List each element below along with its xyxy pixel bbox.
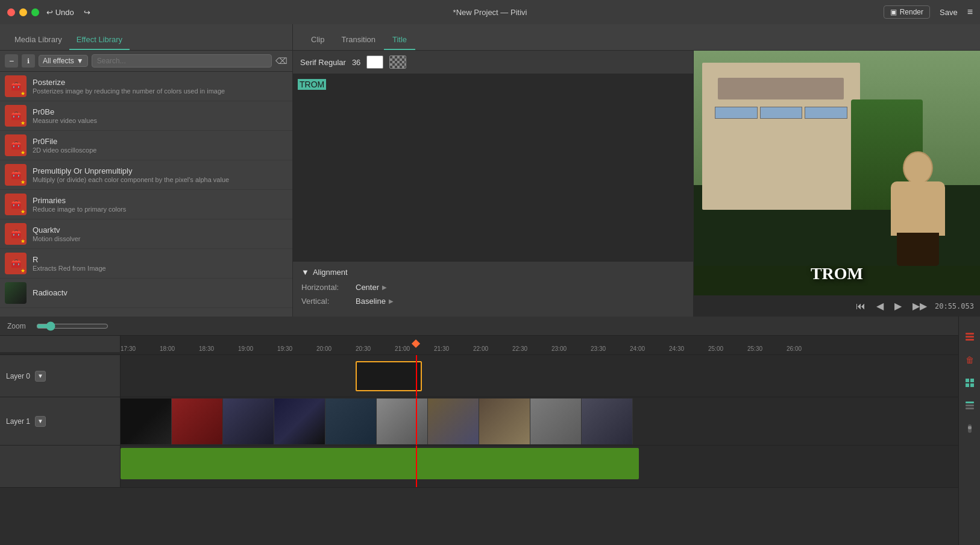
- edge-button-1[interactable]: [961, 329, 978, 345]
- tab-title[interactable]: Title: [384, 30, 415, 50]
- video-thumb: [325, 399, 377, 444]
- title-panel: Serif Regular 36 TROM ▼ Alignment Horizo…: [293, 51, 980, 317]
- alignment-header[interactable]: ▼ Alignment: [301, 268, 685, 277]
- preview-area: TROM: [694, 51, 980, 295]
- svg-rect-6: [970, 383, 974, 387]
- font-name: Serif Regular: [300, 58, 346, 67]
- layer-1-label: Layer 1 ▼: [0, 397, 121, 445]
- playhead-line: [416, 355, 417, 397]
- list-item[interactable]: 🧰 ★ Posterize Posterizes image by reduci…: [0, 72, 292, 101]
- maximize-button[interactable]: [31, 8, 39, 16]
- preview-controls: ⏮ ◀ ▶ ▶▶ 20:55.053: [694, 295, 980, 317]
- list-item[interactable]: 🧰 ★ Pr0Be Measure video values: [0, 101, 292, 131]
- layer-1-video-row: Layer 1 ▼: [0, 397, 980, 446]
- building-roof: [718, 78, 844, 100]
- zoom-bar: Zoom: [0, 317, 980, 336]
- title-overlay: TROM: [694, 264, 980, 283]
- window: [760, 107, 802, 119]
- title-toolbar: Serif Regular 36: [293, 51, 693, 74]
- list-item[interactable]: 🧰 ★ Primaries Reduce image to primary co…: [0, 190, 292, 219]
- close-button[interactable]: [7, 8, 15, 16]
- skip-back-button[interactable]: ⏮: [853, 300, 868, 313]
- effect-icon: 🧰 ★: [5, 194, 27, 215]
- svg-rect-9: [966, 408, 974, 409]
- title-text-area[interactable]: TROM: [293, 74, 693, 261]
- right-edge-toolbar: 🗑: [958, 317, 980, 545]
- font-size: 36: [352, 58, 360, 67]
- list-item[interactable]: 🧰 ★ Pr0File 2D video oscilloscope: [0, 131, 292, 160]
- color-picker[interactable]: [366, 55, 383, 69]
- category-dropdown[interactable]: All effects ▼: [39, 55, 88, 67]
- minus-button[interactable]: −: [5, 54, 18, 68]
- window: [715, 107, 757, 119]
- playhead-line: [416, 397, 417, 445]
- window-title: *New Project — Pitivi: [453, 8, 527, 17]
- legs: [897, 233, 939, 266]
- title-editor: Serif Regular 36 TROM ▼ Alignment Horizo…: [293, 51, 694, 317]
- search-input[interactable]: [92, 54, 272, 68]
- playhead-marker: [412, 339, 420, 348]
- svg-rect-8: [966, 405, 974, 406]
- undo-button[interactable]: ↩ Render Undo: [46, 8, 74, 17]
- layers-icon: [965, 332, 975, 342]
- horizontal-alignment-row: Horizontal: Center ▶: [301, 283, 685, 292]
- video-thumb: [121, 399, 172, 444]
- svg-rect-3: [966, 379, 969, 382]
- zoom-label: Zoom: [7, 322, 31, 330]
- video-thumb: [172, 399, 223, 444]
- video-thumb: [530, 399, 582, 444]
- info-button[interactable]: ℹ: [22, 54, 35, 68]
- edge-button-alt-grid[interactable]: [961, 397, 978, 414]
- list-item[interactable]: 🧰 ★ Quarktv Motion dissolver: [0, 219, 292, 249]
- step-back-button[interactable]: ◀: [873, 299, 887, 313]
- effect-thumbnail: [5, 282, 27, 304]
- collapse-icon: ▼: [301, 268, 309, 277]
- person: [873, 151, 957, 266]
- menu-button[interactable]: ≡: [967, 7, 973, 17]
- layer-1-expand[interactable]: ▼: [35, 416, 46, 427]
- svg-rect-1: [966, 336, 974, 338]
- preview-scene: TROM: [694, 51, 980, 295]
- list-item[interactable]: 🧰 ★ Premultiply Or Unpremultiply Multipl…: [0, 160, 292, 190]
- ruler-marks: 17:30 18:00 18:30 19:00 19:30 20:00 20:3…: [121, 336, 980, 352]
- alignment-section: ▼ Alignment Horizontal: Center ▶ Vertica…: [293, 261, 693, 317]
- head: [903, 151, 933, 184]
- step-forward-button[interactable]: ▶▶: [909, 299, 930, 313]
- right-side: Clip Transition Title Serif Regular 36 T…: [293, 24, 980, 317]
- zoom-slider[interactable]: [36, 321, 108, 331]
- save-button[interactable]: Save: [940, 8, 958, 17]
- horizontal-value[interactable]: Center ▶: [356, 283, 387, 292]
- tab-media-library[interactable]: Media Library: [7, 30, 69, 50]
- edge-button-delete[interactable]: 🗑: [961, 351, 978, 368]
- redo-button[interactable]: ↪: [84, 8, 90, 17]
- effects-toolbar: − ℹ All effects ▼ ⌫: [0, 51, 292, 72]
- edge-button-grid[interactable]: [961, 374, 978, 391]
- layer-0-expand[interactable]: ▼: [35, 371, 46, 382]
- title-clip-block[interactable]: [356, 361, 422, 391]
- list-item[interactable]: Radioactv: [0, 279, 292, 308]
- minimize-button[interactable]: [19, 8, 27, 16]
- tab-effect-library[interactable]: Effect Library: [69, 30, 130, 50]
- effect-icon: 🧰 ★: [5, 164, 27, 186]
- titlebar: ↩ Render Undo ↪ *New Project — Pitivi ▣ …: [0, 0, 980, 24]
- transparency-picker[interactable]: [389, 55, 406, 69]
- title-text[interactable]: TROM: [298, 79, 326, 90]
- layer-0-label: Layer 0 ▼: [0, 355, 121, 397]
- layer-1-video-content[interactable]: [121, 397, 980, 445]
- tab-clip[interactable]: Clip: [303, 30, 333, 50]
- list-item[interactable]: 🧰 ★ R Extracts Red from Image: [0, 249, 292, 279]
- video-thumb: [582, 399, 633, 444]
- vertical-value[interactable]: Baseline ▶: [356, 297, 394, 306]
- playhead-line: [416, 446, 417, 487]
- chevron-right-icon: ▶: [389, 298, 394, 304]
- layer-1-audio-content[interactable]: [121, 446, 980, 487]
- render-button[interactable]: ▣ Render: [884, 5, 930, 19]
- scrollbar-icon: [965, 424, 975, 433]
- svg-rect-4: [970, 379, 974, 382]
- layer-0-content[interactable]: [121, 355, 980, 397]
- edge-button-scrollbar[interactable]: [961, 420, 978, 437]
- clear-search-button[interactable]: ⌫: [275, 56, 287, 66]
- play-button[interactable]: ▶: [891, 299, 905, 313]
- tab-transition[interactable]: Transition: [333, 30, 384, 50]
- left-panel: Media Library Effect Library − ℹ All eff…: [0, 24, 293, 317]
